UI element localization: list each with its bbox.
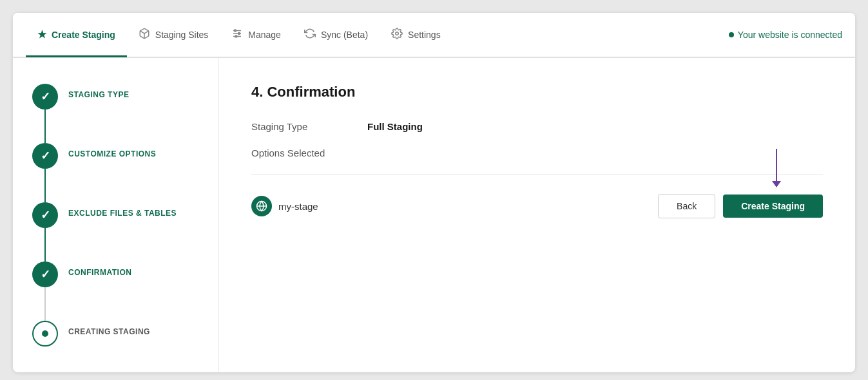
step-circle-creating-staging bbox=[32, 321, 58, 347]
step-creating-staging: CREATING STAGING bbox=[32, 321, 199, 347]
step-exclude-files-tables: ✓ EXCLUDE FILES & TABLES bbox=[32, 202, 199, 261]
connection-status: Your website is connected bbox=[729, 30, 842, 40]
status-dot bbox=[729, 32, 734, 37]
svg-point-7 bbox=[396, 32, 399, 35]
step-circle-exclude-files: ✓ bbox=[32, 202, 58, 228]
create-staging-button[interactable]: Create Staging bbox=[723, 195, 823, 218]
sync-icon bbox=[304, 28, 316, 42]
tab-manage[interactable]: Manage bbox=[220, 14, 293, 57]
step-circle-customize-options: ✓ bbox=[32, 143, 58, 169]
cube-icon bbox=[139, 28, 150, 42]
action-buttons: Back Create Staging bbox=[658, 194, 823, 218]
divider bbox=[251, 174, 823, 175]
section-title: 4. Confirmation bbox=[251, 84, 823, 100]
tab-create-staging[interactable]: ★ Create Staging bbox=[26, 14, 127, 57]
tab-staging-sites[interactable]: Staging Sites bbox=[127, 14, 220, 57]
tab-sync-beta[interactable]: Sync (Beta) bbox=[293, 14, 380, 57]
step-circle-confirmation: ✓ bbox=[32, 261, 58, 287]
svg-point-6 bbox=[235, 35, 237, 37]
svg-point-4 bbox=[235, 30, 236, 32]
bottom-row: my-stage Back Create Staging bbox=[251, 194, 823, 218]
body-area: ✓ STAGING TYPE ✓ CU bbox=[13, 58, 855, 372]
site-badge: my-stage bbox=[251, 196, 318, 216]
gear-icon bbox=[391, 28, 403, 42]
step-circle-staging-type: ✓ bbox=[32, 84, 58, 109]
options-selected-row: Options Selected bbox=[251, 147, 823, 158]
site-icon bbox=[251, 196, 272, 216]
sliders-icon bbox=[231, 28, 243, 42]
nav-bar: ★ Create Staging Staging Sites Manage bbox=[13, 13, 855, 58]
star-icon: ★ bbox=[37, 28, 46, 41]
staging-type-row: Staging Type Full Staging bbox=[251, 121, 823, 132]
svg-point-5 bbox=[238, 32, 240, 34]
step-staging-type: ✓ STAGING TYPE bbox=[32, 84, 199, 143]
step-confirmation: ✓ CONFIRMATION bbox=[32, 261, 199, 321]
sidebar: ✓ STAGING TYPE ✓ CU bbox=[13, 58, 219, 372]
back-button[interactable]: Back bbox=[658, 194, 715, 218]
tab-settings[interactable]: Settings bbox=[380, 14, 452, 57]
step-customize-options: ✓ CUSTOMIZE OPTIONS bbox=[32, 143, 199, 202]
arrow-indicator bbox=[772, 149, 781, 187]
main-content: 4. Confirmation Staging Type Full Stagin… bbox=[219, 58, 855, 372]
main-card: ★ Create Staging Staging Sites Manage bbox=[13, 13, 855, 372]
